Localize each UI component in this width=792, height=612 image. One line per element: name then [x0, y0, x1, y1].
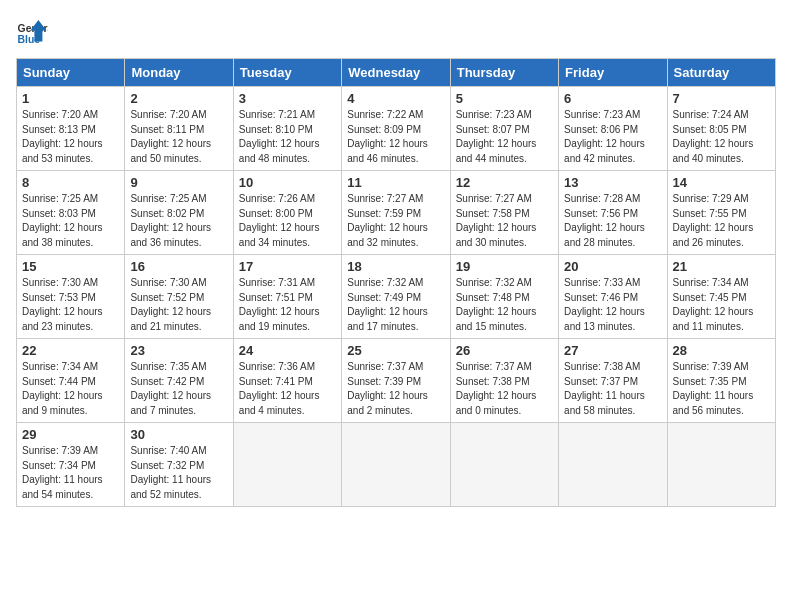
day-of-week-header: Monday	[125, 59, 233, 87]
day-number: 21	[673, 259, 770, 274]
day-info: Sunrise: 7:32 AMSunset: 7:48 PMDaylight:…	[456, 277, 537, 332]
day-info: Sunrise: 7:34 AMSunset: 7:45 PMDaylight:…	[673, 277, 754, 332]
day-info: Sunrise: 7:20 AMSunset: 8:11 PMDaylight:…	[130, 109, 211, 164]
calendar-day-cell: 22 Sunrise: 7:34 AMSunset: 7:44 PMDaylig…	[17, 339, 125, 423]
day-number: 6	[564, 91, 661, 106]
day-of-week-header: Friday	[559, 59, 667, 87]
calendar-day-cell: 16 Sunrise: 7:30 AMSunset: 7:52 PMDaylig…	[125, 255, 233, 339]
day-number: 26	[456, 343, 553, 358]
calendar-day-cell: 25 Sunrise: 7:37 AMSunset: 7:39 PMDaylig…	[342, 339, 450, 423]
day-number: 28	[673, 343, 770, 358]
calendar-header-row: SundayMondayTuesdayWednesdayThursdayFrid…	[17, 59, 776, 87]
calendar-day-cell: 27 Sunrise: 7:38 AMSunset: 7:37 PMDaylig…	[559, 339, 667, 423]
day-number: 4	[347, 91, 444, 106]
calendar-day-cell: 8 Sunrise: 7:25 AMSunset: 8:03 PMDayligh…	[17, 171, 125, 255]
calendar-day-cell: 11 Sunrise: 7:27 AMSunset: 7:59 PMDaylig…	[342, 171, 450, 255]
day-info: Sunrise: 7:34 AMSunset: 7:44 PMDaylight:…	[22, 361, 103, 416]
day-info: Sunrise: 7:30 AMSunset: 7:52 PMDaylight:…	[130, 277, 211, 332]
day-info: Sunrise: 7:23 AMSunset: 8:06 PMDaylight:…	[564, 109, 645, 164]
day-number: 17	[239, 259, 336, 274]
day-info: Sunrise: 7:28 AMSunset: 7:56 PMDaylight:…	[564, 193, 645, 248]
calendar-day-cell: 17 Sunrise: 7:31 AMSunset: 7:51 PMDaylig…	[233, 255, 341, 339]
calendar-day-cell: 12 Sunrise: 7:27 AMSunset: 7:58 PMDaylig…	[450, 171, 558, 255]
calendar-day-cell	[450, 423, 558, 507]
calendar-day-cell: 7 Sunrise: 7:24 AMSunset: 8:05 PMDayligh…	[667, 87, 775, 171]
day-number: 20	[564, 259, 661, 274]
day-info: Sunrise: 7:36 AMSunset: 7:41 PMDaylight:…	[239, 361, 320, 416]
day-number: 10	[239, 175, 336, 190]
day-info: Sunrise: 7:39 AMSunset: 7:35 PMDaylight:…	[673, 361, 754, 416]
calendar-day-cell	[559, 423, 667, 507]
day-number: 22	[22, 343, 119, 358]
calendar-table: SundayMondayTuesdayWednesdayThursdayFrid…	[16, 58, 776, 507]
calendar-day-cell: 28 Sunrise: 7:39 AMSunset: 7:35 PMDaylig…	[667, 339, 775, 423]
day-info: Sunrise: 7:35 AMSunset: 7:42 PMDaylight:…	[130, 361, 211, 416]
day-info: Sunrise: 7:40 AMSunset: 7:32 PMDaylight:…	[130, 445, 211, 500]
day-number: 30	[130, 427, 227, 442]
day-number: 16	[130, 259, 227, 274]
day-info: Sunrise: 7:27 AMSunset: 7:59 PMDaylight:…	[347, 193, 428, 248]
calendar-day-cell: 18 Sunrise: 7:32 AMSunset: 7:49 PMDaylig…	[342, 255, 450, 339]
day-info: Sunrise: 7:29 AMSunset: 7:55 PMDaylight:…	[673, 193, 754, 248]
calendar-day-cell	[667, 423, 775, 507]
calendar-day-cell: 30 Sunrise: 7:40 AMSunset: 7:32 PMDaylig…	[125, 423, 233, 507]
calendar-day-cell: 15 Sunrise: 7:30 AMSunset: 7:53 PMDaylig…	[17, 255, 125, 339]
day-number: 2	[130, 91, 227, 106]
day-info: Sunrise: 7:21 AMSunset: 8:10 PMDaylight:…	[239, 109, 320, 164]
day-info: Sunrise: 7:39 AMSunset: 7:34 PMDaylight:…	[22, 445, 103, 500]
calendar-day-cell: 20 Sunrise: 7:33 AMSunset: 7:46 PMDaylig…	[559, 255, 667, 339]
calendar-day-cell: 5 Sunrise: 7:23 AMSunset: 8:07 PMDayligh…	[450, 87, 558, 171]
calendar-day-cell: 14 Sunrise: 7:29 AMSunset: 7:55 PMDaylig…	[667, 171, 775, 255]
day-info: Sunrise: 7:23 AMSunset: 8:07 PMDaylight:…	[456, 109, 537, 164]
day-number: 9	[130, 175, 227, 190]
calendar-day-cell: 6 Sunrise: 7:23 AMSunset: 8:06 PMDayligh…	[559, 87, 667, 171]
day-number: 5	[456, 91, 553, 106]
day-number: 25	[347, 343, 444, 358]
day-number: 23	[130, 343, 227, 358]
calendar-week-row: 29 Sunrise: 7:39 AMSunset: 7:34 PMDaylig…	[17, 423, 776, 507]
day-info: Sunrise: 7:25 AMSunset: 8:02 PMDaylight:…	[130, 193, 211, 248]
day-info: Sunrise: 7:30 AMSunset: 7:53 PMDaylight:…	[22, 277, 103, 332]
calendar-body: 1 Sunrise: 7:20 AMSunset: 8:13 PMDayligh…	[17, 87, 776, 507]
day-number: 18	[347, 259, 444, 274]
day-info: Sunrise: 7:38 AMSunset: 7:37 PMDaylight:…	[564, 361, 645, 416]
day-of-week-header: Thursday	[450, 59, 558, 87]
calendar-day-cell: 4 Sunrise: 7:22 AMSunset: 8:09 PMDayligh…	[342, 87, 450, 171]
day-of-week-header: Tuesday	[233, 59, 341, 87]
calendar-day-cell: 19 Sunrise: 7:32 AMSunset: 7:48 PMDaylig…	[450, 255, 558, 339]
calendar-day-cell: 1 Sunrise: 7:20 AMSunset: 8:13 PMDayligh…	[17, 87, 125, 171]
day-number: 11	[347, 175, 444, 190]
calendar-day-cell: 10 Sunrise: 7:26 AMSunset: 8:00 PMDaylig…	[233, 171, 341, 255]
day-number: 15	[22, 259, 119, 274]
calendar-day-cell: 26 Sunrise: 7:37 AMSunset: 7:38 PMDaylig…	[450, 339, 558, 423]
day-number: 8	[22, 175, 119, 190]
calendar-day-cell	[342, 423, 450, 507]
day-info: Sunrise: 7:33 AMSunset: 7:46 PMDaylight:…	[564, 277, 645, 332]
logo: General Blue	[16, 16, 48, 48]
calendar-day-cell	[233, 423, 341, 507]
day-info: Sunrise: 7:26 AMSunset: 8:00 PMDaylight:…	[239, 193, 320, 248]
calendar-day-cell: 9 Sunrise: 7:25 AMSunset: 8:02 PMDayligh…	[125, 171, 233, 255]
day-number: 3	[239, 91, 336, 106]
day-number: 7	[673, 91, 770, 106]
day-info: Sunrise: 7:22 AMSunset: 8:09 PMDaylight:…	[347, 109, 428, 164]
calendar-day-cell: 29 Sunrise: 7:39 AMSunset: 7:34 PMDaylig…	[17, 423, 125, 507]
page-header: General Blue	[16, 16, 776, 48]
day-info: Sunrise: 7:37 AMSunset: 7:38 PMDaylight:…	[456, 361, 537, 416]
day-info: Sunrise: 7:24 AMSunset: 8:05 PMDaylight:…	[673, 109, 754, 164]
day-number: 19	[456, 259, 553, 274]
calendar-week-row: 15 Sunrise: 7:30 AMSunset: 7:53 PMDaylig…	[17, 255, 776, 339]
day-info: Sunrise: 7:37 AMSunset: 7:39 PMDaylight:…	[347, 361, 428, 416]
day-number: 14	[673, 175, 770, 190]
day-number: 13	[564, 175, 661, 190]
calendar-day-cell: 24 Sunrise: 7:36 AMSunset: 7:41 PMDaylig…	[233, 339, 341, 423]
day-info: Sunrise: 7:25 AMSunset: 8:03 PMDaylight:…	[22, 193, 103, 248]
calendar-week-row: 8 Sunrise: 7:25 AMSunset: 8:03 PMDayligh…	[17, 171, 776, 255]
calendar-day-cell: 23 Sunrise: 7:35 AMSunset: 7:42 PMDaylig…	[125, 339, 233, 423]
day-info: Sunrise: 7:27 AMSunset: 7:58 PMDaylight:…	[456, 193, 537, 248]
day-of-week-header: Wednesday	[342, 59, 450, 87]
day-of-week-header: Sunday	[17, 59, 125, 87]
day-number: 1	[22, 91, 119, 106]
calendar-day-cell: 13 Sunrise: 7:28 AMSunset: 7:56 PMDaylig…	[559, 171, 667, 255]
day-number: 29	[22, 427, 119, 442]
